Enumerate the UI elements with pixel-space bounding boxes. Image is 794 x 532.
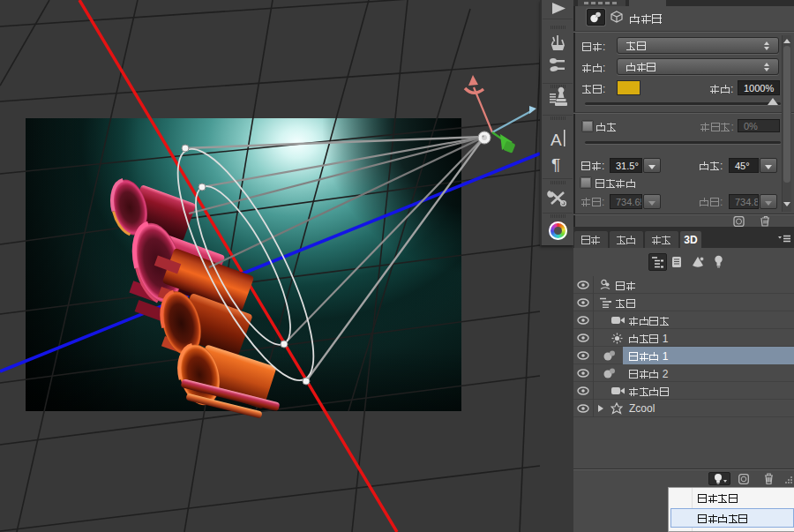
svg-text:¶: ¶ bbox=[551, 155, 560, 174]
svg-text:A: A bbox=[551, 131, 562, 149]
